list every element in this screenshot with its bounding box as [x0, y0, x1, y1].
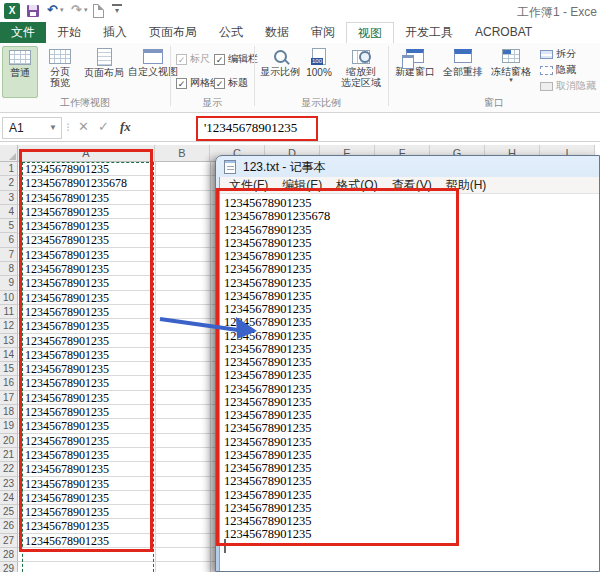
row-header-1[interactable]: 1: [0, 162, 18, 176]
excel-logo-icon[interactable]: X: [4, 3, 20, 19]
column-header-B[interactable]: B: [155, 145, 210, 162]
tab-data[interactable]: 数据: [254, 22, 300, 43]
button-label: 分页: [50, 66, 70, 77]
row-header-19[interactable]: 19: [0, 419, 18, 433]
arrow-icon: [150, 303, 265, 345]
arrange-all-icon: [454, 49, 472, 63]
new-window-button[interactable]: 新建窗口: [392, 46, 438, 77]
tab-view[interactable]: 视图: [346, 22, 394, 43]
new-window-icon: [406, 49, 424, 63]
notepad-icon: [224, 160, 236, 174]
row-header-16[interactable]: 16: [0, 376, 18, 390]
row-header-11[interactable]: 11: [0, 305, 18, 319]
row-header-25[interactable]: 25: [0, 505, 18, 519]
normal-view-button[interactable]: 普通: [2, 46, 38, 98]
name-box-dropdown-icon[interactable]: ▼: [49, 118, 57, 138]
row-header-12[interactable]: 12: [0, 319, 18, 333]
row-header-28[interactable]: 28: [0, 548, 18, 562]
row-header-10[interactable]: 10: [0, 291, 18, 305]
highlight-box-formula-value: [196, 116, 318, 141]
split-button[interactable]: 拆分: [540, 47, 576, 61]
zoom-100-button[interactable]: 100%: [304, 46, 334, 78]
row-header-20[interactable]: 20: [0, 434, 18, 448]
checkbox-icon: ✓: [214, 54, 225, 65]
arrange-all-button[interactable]: 全部重排: [440, 46, 486, 77]
row-header-29[interactable]: 29: [0, 562, 18, 572]
row-header-27[interactable]: 27: [0, 534, 18, 548]
row-header-26[interactable]: 26: [0, 519, 18, 533]
redo-icon[interactable]: ↷: [71, 2, 82, 17]
checkbox-formula-bar[interactable]: ✓ 编辑栏: [214, 52, 258, 66]
customize-quick-access-icon[interactable]: ▾: [112, 4, 122, 16]
button-label: 取消隐藏: [556, 79, 596, 93]
tab-file[interactable]: 文件: [0, 22, 46, 43]
row-header-22[interactable]: 22: [0, 462, 18, 476]
group-label-show: 显示: [170, 96, 254, 110]
cancel-icon[interactable]: ✕: [78, 119, 89, 134]
button-label: 全部重排: [443, 66, 483, 77]
button-label: 缩放到: [346, 66, 376, 77]
row-header-6[interactable]: 6: [0, 233, 18, 247]
ribbon: 普通 分页 预览 页面布局 自定义视图 工作簿视图 ✓ 标尺 ✓ 编辑栏 ✓ 网…: [0, 43, 600, 113]
tab-developer[interactable]: 开发工具: [394, 22, 464, 43]
page-break-preview-button[interactable]: 分页 预览: [40, 46, 80, 88]
save-icon[interactable]: [27, 5, 39, 17]
custom-views-button[interactable]: 自定义视图: [126, 46, 180, 77]
excel-title-bar: X ↶ ▾ ↷ ▾ ▾ 工作簿1 - Exce: [0, 0, 600, 22]
row-header-15[interactable]: 15: [0, 362, 18, 376]
button-label: 拆分: [556, 47, 576, 61]
button-label: 隐藏: [556, 63, 576, 77]
tab-formulas[interactable]: 公式: [208, 22, 254, 43]
undo-icon[interactable]: ↶: [47, 2, 58, 17]
row-header-2[interactable]: 2: [0, 176, 18, 190]
tab-insert[interactable]: 插入: [92, 22, 138, 43]
insert-function-icon[interactable]: fx: [120, 119, 131, 135]
row-header-3[interactable]: 3: [0, 191, 18, 205]
formula-bar-splitter[interactable]: ⁝: [66, 119, 70, 134]
row-header-24[interactable]: 24: [0, 491, 18, 505]
row-header-21[interactable]: 21: [0, 448, 18, 462]
checkbox-label: 标题: [228, 76, 248, 90]
unhide-button[interactable]: 取消隐藏: [540, 79, 596, 93]
notepad-title: 123.txt - 记事本: [243, 159, 326, 176]
group-label-zoom: 显示比例: [254, 96, 388, 110]
split-icon: [540, 50, 553, 59]
tab-review[interactable]: 审阅: [300, 22, 346, 43]
tab-page-layout[interactable]: 页面布局: [138, 22, 208, 43]
group-label-window: 窗口: [388, 96, 600, 110]
row-header-17[interactable]: 17: [0, 391, 18, 405]
checkbox-ruler[interactable]: ✓ 标尺: [176, 52, 210, 66]
row-header-4[interactable]: 4: [0, 205, 18, 219]
notepad-title-bar[interactable]: 123.txt - 记事本: [216, 156, 599, 177]
gridline-vertical: [155, 162, 156, 572]
page-layout-icon: [97, 48, 112, 66]
zoom-to-selection-button[interactable]: 缩放到 选定区域: [336, 46, 386, 88]
page-layout-view-button[interactable]: 页面布局: [82, 46, 126, 78]
row-header-14[interactable]: 14: [0, 348, 18, 362]
tab-acrobat[interactable]: ACROBAT: [464, 22, 543, 43]
name-box-value: A1: [9, 121, 24, 135]
checkbox-headings[interactable]: ✓ 标题: [214, 76, 248, 90]
checkbox-icon: ✓: [176, 54, 187, 65]
row-header-23[interactable]: 23: [0, 477, 18, 491]
freeze-panes-button[interactable]: 冻结窗格 ▾: [488, 46, 534, 83]
row-header-13[interactable]: 13: [0, 334, 18, 348]
row-header-18[interactable]: 18: [0, 405, 18, 419]
enter-icon[interactable]: ✓: [98, 119, 109, 134]
redo-dropdown-icon[interactable]: ▾: [84, 6, 88, 14]
zoom-button[interactable]: 显示比例: [258, 46, 302, 77]
new-document-icon[interactable]: [93, 4, 104, 18]
button-label: 普通: [10, 67, 30, 78]
row-header-7[interactable]: 7: [0, 248, 18, 262]
row-header-8[interactable]: 8: [0, 262, 18, 276]
row-header-5[interactable]: 5: [0, 219, 18, 233]
tab-home[interactable]: 开始: [46, 22, 92, 43]
screenshot-root: X ↶ ▾ ↷ ▾ ▾ 工作簿1 - Exce 文件 开始插入页面布局公式数据审…: [0, 0, 600, 572]
gridline-vertical: [210, 162, 211, 572]
hide-button[interactable]: 隐藏: [540, 63, 576, 77]
button-label: 页面布局: [84, 67, 124, 78]
undo-dropdown-icon[interactable]: ▾: [60, 6, 64, 14]
row-header-9[interactable]: 9: [0, 276, 18, 290]
select-all-corner[interactable]: [0, 145, 18, 162]
name-box[interactable]: A1 ▼: [2, 117, 62, 139]
